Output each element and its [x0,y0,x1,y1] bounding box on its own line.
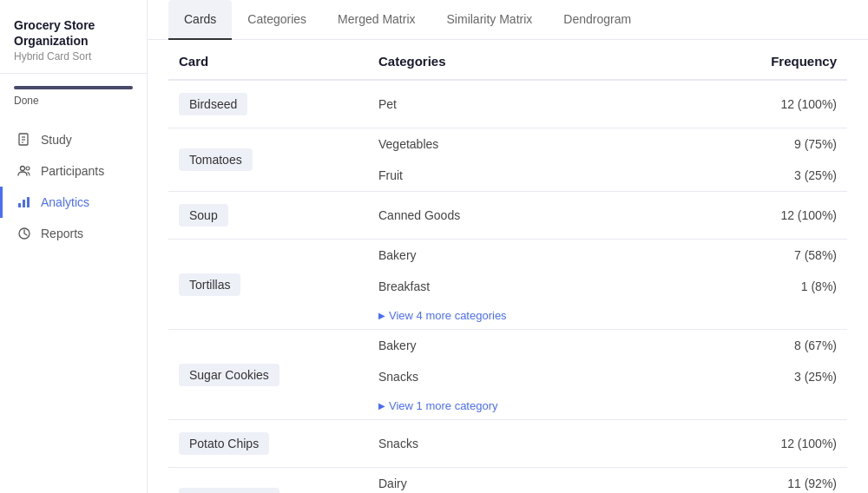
card-cell: Potato Chips [168,420,368,468]
reports-icon [16,226,32,241]
tab-cards[interactable]: Cards [168,0,232,40]
table-row: Chocolate MilkDairy11 (92%) [168,468,847,494]
view-more-cell: ▶View 4 more categories [368,302,847,330]
frequency-cell: 1 (8%) [708,271,847,302]
view-more-text: View 1 more category [389,399,498,412]
card-cell: Tomatoes [168,128,368,192]
view-more-link[interactable]: ▶View 1 more category [368,392,847,419]
project-info: Grocery Store Organization Hybrid Card S… [0,0,147,74]
category-name-cell: Dairy [368,468,708,494]
chart-icon [16,194,32,210]
card-cell: Chocolate Milk [168,468,368,494]
table-row: SoupCanned Goods12 (100%) [168,192,847,240]
category-name-cell: Breakfast [368,271,708,302]
card-cell: Birdseed [168,80,368,128]
done-label: Done [14,95,133,107]
tab-similarity-matrix[interactable]: Similarity Matrix [431,0,549,40]
svg-rect-8 [27,197,30,207]
card-cell: Tortillas [168,240,368,330]
sidebar: Grocery Store Organization Hybrid Card S… [0,0,148,493]
sidebar-item-study[interactable]: Study [0,124,147,155]
tab-dendrogram[interactable]: Dendrogram [548,0,647,40]
table-row: Potato ChipsSnacks12 (100%) [168,420,847,468]
table-row: Sugar CookiesBakery8 (67%) [168,330,847,362]
progress-bar-fill [14,86,133,89]
col-header-frequency: Frequency [708,40,847,80]
frequency-cell: 12 (100%) [708,420,847,468]
frequency-cell: 12 (100%) [708,192,847,240]
sidebar-item-label-study: Study [41,133,72,147]
category-name-cell: Snacks [368,361,708,392]
col-header-card: Card [168,40,368,80]
table-area: Card Categories Frequency BirdseedPet12 … [148,40,868,493]
card-cell: Sugar Cookies [168,330,368,420]
tabs-bar: Cards Categories Merged Matrix Similarit… [148,0,868,40]
view-more-text: View 4 more categories [389,309,507,322]
table-row: TortillasBakery7 (58%) [168,240,847,272]
card-label: Chocolate Milk [179,488,279,493]
chevron-right-icon: ▶ [378,311,385,320]
file-icon [16,132,32,148]
sidebar-item-label-reports: Reports [41,227,83,240]
project-title: Grocery Store Organization [14,17,133,49]
frequency-cell: 12 (100%) [708,80,847,128]
category-name-cell: Pet [368,80,708,128]
table-row: BirdseedPet12 (100%) [168,80,847,128]
main-content: Cards Categories Merged Matrix Similarit… [148,0,868,493]
tab-merged-matrix[interactable]: Merged Matrix [322,0,431,40]
category-name-cell: Snacks [368,420,708,468]
card-label: Tortillas [179,273,240,296]
frequency-cell: 9 (75%) [708,128,847,161]
card-label: Birdseed [179,93,247,115]
frequency-cell: 3 (25%) [708,361,847,392]
frequency-cell: 8 (67%) [708,330,847,362]
users-icon [16,163,32,179]
svg-point-4 [21,167,25,171]
category-name-cell: Bakery [368,330,708,362]
col-header-categories: Categories [368,40,708,80]
sidebar-item-label-analytics: Analytics [41,195,89,209]
card-cell: Soup [168,192,368,240]
project-subtitle: Hybrid Card Sort [14,50,133,62]
sidebar-item-label-participants: Participants [41,164,104,178]
tab-categories[interactable]: Categories [232,0,322,40]
svg-rect-7 [23,200,25,207]
svg-rect-6 [18,203,21,207]
card-label: Potato Chips [179,432,269,455]
view-more-cell: ▶View 1 more category [368,392,847,420]
sidebar-item-reports[interactable]: Reports [0,218,147,249]
frequency-cell: 7 (58%) [708,240,847,272]
category-name-cell: Canned Goods [368,192,708,240]
frequency-cell: 11 (92%) [708,468,847,494]
card-label: Sugar Cookies [179,364,279,386]
cards-table: Card Categories Frequency BirdseedPet12 … [168,40,847,493]
svg-point-5 [26,167,30,170]
category-name-cell: Vegetables [368,128,708,161]
category-name-cell: Bakery [368,240,708,272]
progress-bar-bg [14,86,133,89]
frequency-cell: 3 (25%) [708,160,847,192]
card-label: Tomatoes [179,148,253,171]
progress-area: Done [0,74,147,115]
table-row: TomatoesVegetables9 (75%) [168,128,847,161]
view-more-link[interactable]: ▶View 4 more categories [368,302,847,329]
category-name-cell: Fruit [368,160,708,192]
sidebar-item-analytics[interactable]: Analytics [0,187,147,218]
chevron-right-icon: ▶ [378,401,385,411]
sidebar-nav: Study Participants [0,115,147,493]
sidebar-item-participants[interactable]: Participants [0,155,147,187]
card-label: Soup [179,204,228,227]
